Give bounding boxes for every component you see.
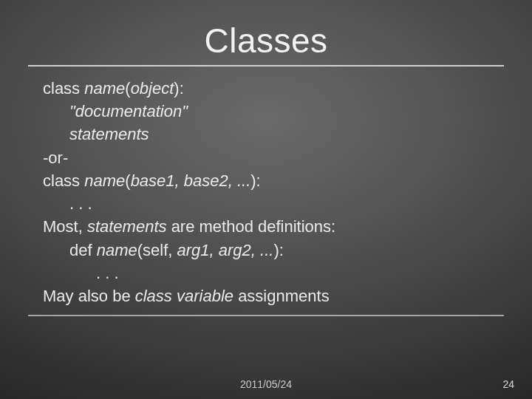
text-most: Most,	[43, 217, 87, 236]
text-assignments: assignments	[233, 287, 330, 305]
ident-name-3: name	[97, 241, 137, 259]
ident-name: name	[84, 79, 125, 98]
class-variable: class variable	[135, 287, 233, 305]
text-may-also: May also be	[43, 287, 135, 305]
ident-name-2: name	[84, 171, 125, 190]
code-line-8: def name(self, arg1, arg2, ...):	[43, 239, 489, 262]
paren-colon-2: ):	[250, 171, 260, 190]
code-line-3: statements	[43, 123, 489, 146]
slide-title: Classes	[0, 0, 532, 61]
paren-colon-3: ):	[273, 241, 283, 259]
footer-page-number: 24	[502, 378, 514, 390]
code-line-2: "documentation"	[43, 100, 489, 123]
code-line-9: . . .	[43, 262, 489, 284]
kw-def: def	[69, 241, 97, 259]
code-line-7: Most, statements are method definitions:	[43, 215, 489, 238]
or-sep: -or-	[43, 149, 68, 167]
docstring: "documentation"	[69, 102, 188, 120]
kw-class: class	[43, 79, 84, 98]
self-open: (self,	[137, 241, 177, 259]
code-line-10: May also be class variable assignments	[43, 284, 489, 307]
bases: base1, base2, ...	[131, 171, 251, 190]
ellipsis-1: . . .	[69, 194, 92, 213]
paren-open-2: (	[125, 171, 130, 190]
kw-class-2: class	[43, 171, 84, 190]
footer-date: 2011/05/24	[0, 378, 532, 390]
code-line-1: class name(object):	[43, 77, 489, 100]
code-line-6: . . .	[43, 192, 489, 215]
ident-object: object	[131, 79, 174, 98]
args: arg1, arg2, ...	[177, 241, 274, 259]
slide-body: class name(object): "documentation" stat…	[0, 66, 532, 307]
statements-2: statements	[87, 217, 167, 236]
paren-open: (	[125, 79, 130, 98]
code-line-4: -or-	[43, 146, 489, 169]
slide: Classes class name(object): "documentati…	[0, 0, 532, 399]
statements-1: statements	[69, 125, 149, 143]
paren-colon: ):	[174, 79, 183, 98]
divider-bottom	[28, 315, 504, 316]
text-are-method: are method definitions:	[167, 217, 336, 236]
code-line-5: class name(base1, base2, ...):	[43, 169, 489, 192]
ellipsis-2: . . .	[96, 264, 119, 282]
